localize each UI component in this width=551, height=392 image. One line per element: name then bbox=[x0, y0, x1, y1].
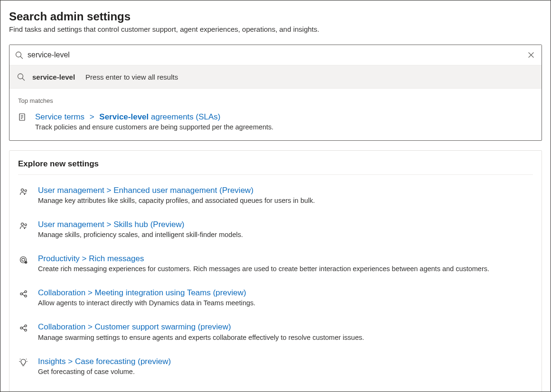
explore-item: Insights > Case forecasting (preview)Get… bbox=[18, 356, 533, 375]
explore-description: Allow agents to interact directly with D… bbox=[38, 299, 533, 307]
explore-content: Insights > Case forecasting (preview)Get… bbox=[38, 356, 533, 375]
match-description: Track policies and ensure customers are … bbox=[35, 123, 533, 131]
page-title: Search admin settings bbox=[9, 10, 542, 23]
close-icon bbox=[527, 51, 535, 59]
clear-search-button[interactable] bbox=[525, 49, 537, 61]
share-icon bbox=[18, 323, 28, 333]
top-match-item: Service terms > Service-level agreements… bbox=[18, 112, 533, 131]
suggestion-hint: Press enter to view all results bbox=[85, 73, 178, 81]
search-icon bbox=[14, 50, 24, 60]
suggestion-term: service-level bbox=[32, 73, 75, 81]
match-link-sla[interactable]: Service terms > Service-level agreements… bbox=[35, 112, 533, 122]
admin-settings-search-page: Search admin settings Find tasks and set… bbox=[0, 0, 551, 392]
explore-item: Productivity > Rich messagesCreate rich … bbox=[18, 254, 533, 273]
people-icon bbox=[18, 186, 28, 197]
people-icon bbox=[18, 220, 28, 231]
explore-description: Manage swarming settings to ensure agent… bbox=[38, 334, 533, 341]
explore-link[interactable]: Collaboration > Customer support swarmin… bbox=[38, 322, 533, 332]
document-icon bbox=[18, 113, 27, 121]
explore-description: Create rich messaging experiences for cu… bbox=[38, 265, 533, 273]
explore-content: User management > Skills hub (Preview)Ma… bbox=[38, 219, 533, 238]
explore-description: Manage skills, proficiency scales, and i… bbox=[38, 231, 533, 238]
top-matches-label: Top matches bbox=[18, 97, 533, 104]
explore-title: Explore new settings bbox=[18, 159, 533, 169]
match-breadcrumb-prefix: Service terms bbox=[35, 112, 84, 121]
explore-panel: Explore new settings User management > E… bbox=[9, 150, 542, 392]
match-content: Service terms > Service-level agreements… bbox=[35, 112, 533, 131]
target-icon bbox=[18, 255, 28, 265]
match-breadcrumb-bold: Service-level bbox=[99, 112, 149, 121]
search-input[interactable] bbox=[24, 49, 525, 61]
share-icon bbox=[18, 289, 28, 299]
explore-item: User management > Skills hub (Preview)Ma… bbox=[18, 219, 533, 238]
explore-item: Collaboration > Customer support swarmin… bbox=[18, 322, 533, 341]
explore-content: Collaboration > Meeting integration usin… bbox=[38, 288, 533, 307]
top-matches-section: Top matches Service terms > Service-leve… bbox=[9, 88, 542, 140]
search-box-wrapper: service-level Press enter to view all re… bbox=[9, 45, 542, 141]
match-breadcrumb-suffix: agreements (SLAs) bbox=[151, 112, 220, 121]
explore-content: Collaboration > Customer support swarmin… bbox=[38, 322, 533, 341]
explore-item: Collaboration > Meeting integration usin… bbox=[18, 288, 533, 307]
search-row bbox=[9, 45, 542, 65]
explore-description: Get forecasting of case volume. bbox=[38, 368, 533, 375]
explore-link[interactable]: User management > Enhanced user manageme… bbox=[38, 185, 533, 196]
divider bbox=[18, 174, 533, 175]
search-suggestion-row[interactable]: service-level Press enter to view all re… bbox=[9, 65, 542, 88]
explore-content: Productivity > Rich messagesCreate rich … bbox=[38, 254, 533, 273]
search-icon bbox=[16, 72, 26, 82]
explore-link[interactable]: User management > Skills hub (Preview) bbox=[38, 219, 533, 230]
chevron-separator: > bbox=[90, 112, 94, 121]
explore-description: Manage key attributes like skills, capac… bbox=[38, 197, 533, 204]
explore-link[interactable]: Insights > Case forecasting (preview) bbox=[38, 356, 533, 367]
lightbulb-icon bbox=[18, 357, 28, 368]
explore-content: User management > Enhanced user manageme… bbox=[38, 185, 533, 204]
page-subtitle: Find tasks and settings that control cus… bbox=[9, 25, 542, 33]
explore-link[interactable]: Productivity > Rich messages bbox=[38, 254, 533, 264]
explore-item: User management > Enhanced user manageme… bbox=[18, 185, 533, 204]
explore-link[interactable]: Collaboration > Meeting integration usin… bbox=[38, 288, 533, 298]
explore-list: User management > Enhanced user manageme… bbox=[18, 185, 533, 375]
